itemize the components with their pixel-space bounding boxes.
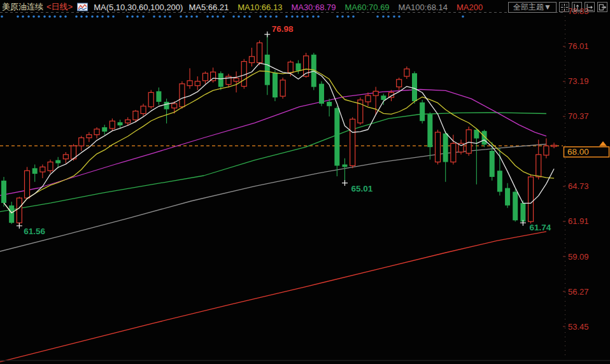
candle-body-down xyxy=(513,192,518,220)
candle-body-down xyxy=(55,160,60,164)
ma-settings-label[interactable]: MA(5,10,30,60,100,200) xyxy=(94,3,183,12)
current-price-tag-label: 68.00 xyxy=(567,147,589,157)
marker-dot xyxy=(17,15,19,18)
ma-value: MA60:70.69 xyxy=(345,3,390,12)
marker-dot xyxy=(336,15,339,18)
ma200-line xyxy=(0,232,546,362)
axis-label: 64.73 xyxy=(568,181,589,191)
marker-dot xyxy=(190,15,193,18)
crosshair-icon[interactable] xyxy=(559,2,569,12)
ma100-line xyxy=(0,144,546,252)
marker-dot xyxy=(264,15,267,18)
axis-label: 59.09 xyxy=(568,252,589,262)
candle-body-up xyxy=(365,95,371,102)
marker-dot xyxy=(159,15,161,18)
extreme-annotation: 65.01 xyxy=(342,180,373,193)
candle-body-down xyxy=(118,122,123,125)
chart-header: 美原油连续 <日线> MA(5,10,30,60,100,200) MA5:66… xyxy=(0,0,610,13)
marker-dot xyxy=(64,15,67,18)
candle-body-up xyxy=(195,81,200,86)
marker-dot xyxy=(341,15,344,18)
marker-dot xyxy=(296,15,299,18)
marker-dot xyxy=(398,15,401,18)
axis-label: 61.91 xyxy=(568,216,589,226)
marker-dot xyxy=(131,15,134,18)
marker-dot xyxy=(312,15,315,18)
candle-body-down xyxy=(497,171,502,192)
candle-body-up xyxy=(202,73,208,81)
marker-dot xyxy=(301,15,304,18)
ma60-line xyxy=(0,113,546,212)
marker-dot xyxy=(112,15,115,18)
candle-body-up xyxy=(404,69,409,76)
candle-body-up xyxy=(25,171,30,198)
axis-right-icon[interactable] xyxy=(585,2,595,12)
marker-dot xyxy=(462,15,464,18)
marker-dot xyxy=(43,15,46,18)
marker-dot xyxy=(38,15,40,18)
marker-dot xyxy=(185,15,188,18)
marker-dot xyxy=(101,15,104,18)
candle-body-down xyxy=(9,206,14,223)
symbol-name[interactable]: 美原油连续 xyxy=(2,1,43,13)
extreme-price-label: 76.98 xyxy=(272,24,294,34)
theme-selector-button[interactable]: 全部主题▼ xyxy=(508,2,557,13)
candle-body-up xyxy=(141,106,146,114)
candle-body-up xyxy=(397,80,402,87)
candle-body-up xyxy=(249,57,254,63)
ma-value: MA5:66.21 xyxy=(188,3,229,12)
marker-dot xyxy=(27,15,30,18)
candle-body-up xyxy=(551,145,557,146)
candle-body-down xyxy=(381,95,386,100)
candle-body-down xyxy=(427,114,432,147)
candle-body-down xyxy=(327,102,332,106)
candle-body-down xyxy=(265,55,270,85)
axis-up-icon[interactable] xyxy=(572,2,582,12)
marker-dot xyxy=(195,15,198,18)
candle-body-up xyxy=(280,80,285,96)
period-label[interactable]: <日线> xyxy=(46,1,73,13)
marker-dot xyxy=(211,15,214,18)
candle-body-up xyxy=(288,62,293,73)
candle-body-down xyxy=(505,188,510,206)
candle-body-up xyxy=(148,92,153,106)
marker-dot xyxy=(1,15,3,18)
marker-dot xyxy=(22,15,24,18)
candle-body-down xyxy=(295,64,301,71)
candlestick-chart[interactable]: 78.8376.0173.1970.3764.7361.9159.0956.27… xyxy=(0,0,610,364)
axis-label: 56.27 xyxy=(568,287,589,297)
marker-dot xyxy=(222,15,225,18)
marker-dot xyxy=(259,15,262,18)
chart-window: 78.8376.0173.1970.3764.7361.9159.0956.27… xyxy=(0,0,610,364)
extreme-annotation: 61.74 xyxy=(520,220,551,233)
marker-dot xyxy=(80,15,83,18)
extreme-price-label: 65.01 xyxy=(351,184,372,193)
marker-dot xyxy=(382,15,385,18)
marker-dot xyxy=(153,15,155,18)
axis-label: 53.45 xyxy=(568,322,589,332)
candle-body-up xyxy=(17,198,22,223)
extreme-annotation: 76.98 xyxy=(264,24,294,38)
axis-label: 76.01 xyxy=(568,41,589,51)
candle-body-down xyxy=(490,151,495,177)
marker-dot xyxy=(53,15,56,18)
marker-dot xyxy=(107,15,110,18)
candle-body-down xyxy=(164,102,169,109)
marker-dot xyxy=(291,15,294,18)
marker-dot xyxy=(75,15,78,18)
candle-body-up xyxy=(436,132,441,162)
candle-body-up xyxy=(187,81,192,86)
price-arrow-up-icon xyxy=(599,141,607,146)
marker-dot xyxy=(376,15,379,18)
candle-body-down xyxy=(412,73,417,101)
candle-body-up xyxy=(172,104,177,108)
marker-dot xyxy=(248,15,251,18)
marker-dot xyxy=(393,15,395,18)
ma-value: MA30:68.79 xyxy=(291,3,336,12)
price-axis[interactable]: 78.8376.0173.1970.3764.7361.9159.0956.27… xyxy=(563,6,589,331)
candle-body-up xyxy=(79,138,84,146)
marker-dot xyxy=(142,15,145,18)
candle-body-down xyxy=(342,164,347,167)
export-icon[interactable] xyxy=(597,2,607,12)
extreme-price-label: 61.56 xyxy=(24,227,45,236)
